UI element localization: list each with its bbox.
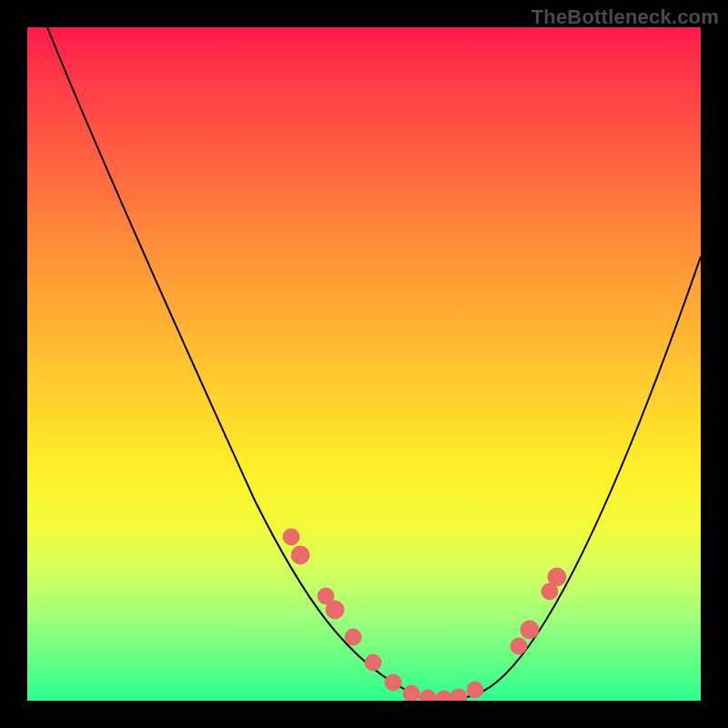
svg-point-1 xyxy=(291,546,309,564)
svg-point-0 xyxy=(283,529,299,545)
svg-point-9 xyxy=(436,691,452,701)
svg-point-5 xyxy=(365,654,381,671)
svg-point-6 xyxy=(385,674,401,691)
chart-area xyxy=(27,27,701,701)
svg-point-12 xyxy=(511,638,527,654)
svg-point-7 xyxy=(403,685,420,701)
curve-left-branch xyxy=(47,27,701,699)
svg-point-15 xyxy=(548,568,566,586)
watermark-text: TheBottleneck.com xyxy=(531,5,719,29)
svg-point-10 xyxy=(450,689,467,701)
svg-point-4 xyxy=(345,629,361,645)
svg-point-3 xyxy=(326,601,344,619)
svg-point-11 xyxy=(467,682,483,698)
svg-point-13 xyxy=(521,621,539,639)
svg-point-8 xyxy=(420,690,436,701)
bottleneck-curve-svg xyxy=(27,27,701,701)
highlight-dots xyxy=(283,529,566,701)
